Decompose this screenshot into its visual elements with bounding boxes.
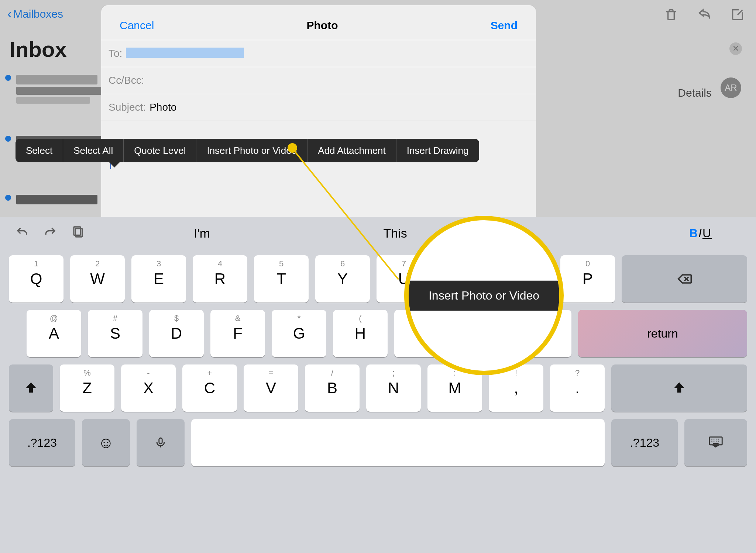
compose-icon[interactable]	[730, 7, 745, 25]
zoom-label: Insert Photo or Video	[409, 281, 559, 311]
key-F[interactable]: &F	[210, 310, 265, 357]
key-S[interactable]: #S	[88, 310, 142, 357]
key-H[interactable]: (H	[333, 310, 388, 357]
mailboxes-label: Mailboxes	[13, 8, 63, 20]
key-T[interactable]: 5T	[254, 255, 309, 303]
shift-key[interactable]	[611, 364, 747, 412]
prediction-2[interactable]: This	[383, 226, 407, 241]
context-menu: Select Select All Quote Level Insert Pho…	[16, 139, 479, 162]
key-R[interactable]: 4R	[193, 255, 247, 303]
unread-dot-icon	[5, 195, 11, 201]
format-biu-button[interactable]: BIU	[689, 227, 712, 240]
key-E[interactable]: 3E	[131, 255, 186, 303]
chevron-left-icon: ‹	[7, 6, 12, 22]
menu-quote-level[interactable]: Quote Level	[124, 139, 196, 162]
shift-key[interactable]	[9, 364, 53, 412]
emoji-key[interactable]: ☺	[82, 419, 130, 466]
key-C[interactable]: +C	[182, 364, 237, 412]
unread-dot-icon	[5, 136, 11, 142]
message-item[interactable]	[3, 192, 97, 207]
redo-icon[interactable]	[44, 226, 57, 241]
space-key[interactable]	[191, 419, 605, 466]
compose-sheet: Cancel Photo Send To: Cc/Bcc: Subject: P…	[101, 5, 536, 217]
cancel-button[interactable]: Cancel	[120, 19, 154, 32]
numbers-key[interactable]: .?123	[9, 419, 75, 466]
backspace-key[interactable]	[622, 255, 747, 303]
inbox-title: Inbox	[10, 37, 67, 62]
unread-dot-icon	[5, 75, 11, 81]
message-item[interactable]	[3, 72, 105, 107]
prediction-1[interactable]: I'm	[194, 226, 210, 241]
clipboard-icon[interactable]	[72, 226, 85, 241]
subject-label: Subject:	[109, 101, 146, 113]
dictation-key[interactable]	[137, 419, 185, 466]
clear-thread-icon[interactable]: ✕	[729, 42, 742, 55]
return-key[interactable]: return	[578, 310, 747, 357]
key-A[interactable]: @A	[27, 310, 81, 357]
key-B[interactable]: /B	[305, 364, 360, 412]
key-P[interactable]: 0P	[560, 255, 615, 303]
key-V[interactable]: =V	[244, 364, 298, 412]
numbers-key[interactable]: .?123	[611, 419, 678, 466]
to-label: To:	[109, 48, 122, 59]
key-Z[interactable]: %Z	[60, 364, 114, 412]
subject-value: Photo	[150, 101, 176, 113]
zoom-callout: Insert Photo or Video	[404, 216, 564, 375]
undo-icon[interactable]	[16, 226, 29, 241]
key-X[interactable]: -X	[121, 364, 176, 412]
key-Y[interactable]: 6Y	[315, 255, 370, 303]
context-menu-arrow-icon	[109, 162, 120, 167]
avatar[interactable]: AR	[721, 77, 741, 98]
key-N[interactable]: ;N	[366, 364, 421, 412]
compose-title: Photo	[307, 19, 338, 32]
cc-bcc-field[interactable]: Cc/Bcc:	[101, 67, 536, 94]
mailboxes-back[interactable]: ‹ Mailboxes	[0, 0, 103, 28]
key-G[interactable]: *G	[272, 310, 326, 357]
key-.[interactable]: ?.	[550, 364, 605, 412]
details-link[interactable]: Details	[678, 87, 712, 99]
key-W[interactable]: 2W	[70, 255, 125, 303]
send-button[interactable]: Send	[491, 19, 518, 32]
menu-add-attachment[interactable]: Add Attachment	[307, 139, 396, 162]
trash-icon[interactable]	[664, 7, 678, 25]
menu-select-all[interactable]: Select All	[63, 139, 124, 162]
reply-icon[interactable]	[697, 7, 712, 25]
to-recipient-chip[interactable]	[126, 48, 244, 58]
dismiss-keyboard-key[interactable]	[684, 419, 747, 466]
key-D[interactable]: $D	[149, 310, 204, 357]
keyboard: I'm This BIU 1Q2W3E4R5T6Y7U8I9O0P @A#S$D…	[0, 217, 756, 553]
menu-select[interactable]: Select	[16, 139, 63, 162]
svg-rect-4	[159, 438, 162, 444]
callout-dot-icon	[288, 143, 297, 153]
subject-field[interactable]: Subject: Photo	[101, 94, 536, 121]
cc-bcc-label: Cc/Bcc:	[109, 75, 144, 86]
key-Q[interactable]: 1Q	[9, 255, 63, 303]
menu-insert-drawing[interactable]: Insert Drawing	[396, 139, 480, 162]
to-field[interactable]: To:	[101, 40, 536, 67]
